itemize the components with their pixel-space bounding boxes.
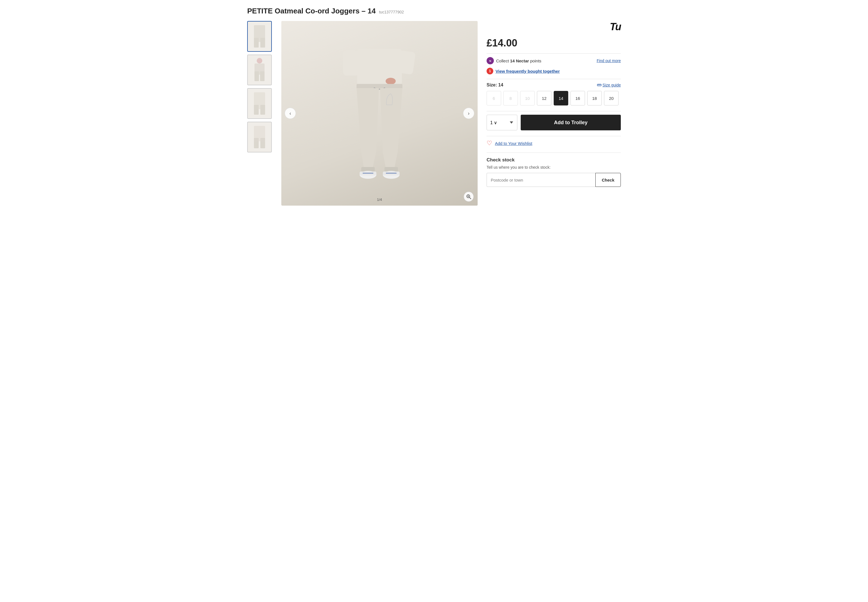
heart-icon: ♡: [486, 140, 492, 147]
size-btn-16[interactable]: 16: [570, 91, 585, 106]
size-btn-18[interactable]: 18: [587, 91, 602, 106]
svg-rect-5: [255, 71, 259, 81]
product-title-row: PETITE Oatmeal Co-ord Joggers – 14 tuc13…: [247, 7, 621, 15]
quantity-select[interactable]: 1 ∨ 2 3 4 5: [486, 115, 517, 131]
main-image: [281, 21, 478, 206]
main-image-container: ‹ › 1/4: [281, 21, 478, 206]
prev-image-button[interactable]: ‹: [285, 108, 296, 119]
svg-rect-12: [260, 138, 265, 148]
size-btn-8[interactable]: 8: [503, 91, 518, 106]
main-layout: ‹ › 1/4 Tu £14.00: [247, 21, 621, 206]
wishlist-row[interactable]: ♡ Add to Your Wishlist: [486, 140, 621, 147]
size-btn-20[interactable]: 20: [604, 91, 618, 106]
postcode-input[interactable]: [486, 173, 595, 187]
size-guide-link[interactable]: Size guide: [597, 83, 621, 87]
zoom-button[interactable]: [464, 192, 474, 202]
thumbnails-column: [247, 21, 272, 206]
nectar-points: 14: [510, 58, 515, 63]
thumbnail-1[interactable]: [247, 21, 272, 52]
image-counter: 1/4: [377, 198, 382, 202]
page-container: PETITE Oatmeal Co-ord Joggers – 14 tuc13…: [238, 0, 630, 212]
tu-logo-text: Tu: [610, 21, 621, 32]
frequently-bought-row[interactable]: 1 View frequently bought together: [486, 68, 621, 74]
svg-text:N: N: [489, 60, 491, 62]
add-to-trolley-button[interactable]: Add to Trolley: [521, 115, 621, 131]
svg-rect-15: [397, 50, 416, 75]
check-stock-section: Check stock Tell us where you are to che…: [486, 152, 621, 187]
size-buttons: 6 8 10 12 14 16 18 20: [486, 91, 621, 106]
svg-rect-14: [343, 50, 359, 75]
svg-point-3: [257, 58, 262, 63]
size-label: Size: 14: [486, 83, 503, 88]
product-price: £14.00: [486, 37, 621, 49]
product-title-size: 14: [368, 7, 376, 15]
wishlist-link[interactable]: Add to Your Wishlist: [495, 141, 532, 146]
next-icon: ›: [468, 111, 469, 117]
prev-icon: ‹: [290, 111, 291, 117]
size-row: Size: 14 Size guide: [486, 83, 621, 88]
size-btn-10[interactable]: 10: [520, 91, 535, 106]
nectar-icon: N: [488, 59, 492, 63]
selected-size-value: 14: [498, 83, 503, 87]
svg-rect-8: [254, 105, 259, 115]
divider-2: [486, 79, 621, 79]
freq-badge: 1: [486, 68, 493, 74]
size-btn-6[interactable]: 6: [486, 91, 501, 106]
product-info-panel: Tu £14.00 N Collect 14 Nectar: [486, 21, 621, 206]
svg-line-27: [469, 198, 471, 199]
product-title-text: PETITE Oatmeal Co-ord Joggers: [247, 7, 360, 15]
size-btn-12[interactable]: 12: [537, 91, 551, 106]
tu-logo: Tu: [486, 21, 621, 33]
thumbnail-2[interactable]: [247, 55, 272, 85]
divider-4: [486, 136, 621, 136]
product-figure: [335, 32, 424, 194]
divider-3: [486, 111, 621, 111]
ruler-icon: [597, 83, 601, 87]
svg-rect-2: [260, 38, 265, 48]
nectar-text: Collect 14 Nectar points: [496, 58, 541, 63]
thumbnail-3[interactable]: [247, 88, 272, 119]
frequently-bought-link[interactable]: View frequently bought together: [495, 69, 560, 74]
find-out-more-link[interactable]: Find out more: [597, 58, 621, 63]
zoom-icon: [466, 194, 471, 199]
thumbnail-4[interactable]: [247, 122, 272, 152]
svg-rect-11: [254, 138, 259, 148]
check-stock-description: Tell us where you are to check stock:: [486, 165, 621, 169]
svg-point-16: [386, 78, 396, 84]
add-to-trolley-row: 1 ∨ 2 3 4 5 Add to Trolley: [486, 115, 621, 131]
product-title: PETITE Oatmeal Co-ord Joggers – 14: [247, 7, 376, 15]
nectar-row: N Collect 14 Nectar points Find out more: [486, 57, 621, 64]
nectar-info: N Collect 14 Nectar points: [486, 57, 541, 64]
postcode-row: Check: [486, 173, 621, 187]
svg-rect-6: [260, 71, 265, 81]
product-sku: tuc137777902: [379, 10, 404, 14]
nectar-badge: N: [486, 57, 494, 64]
check-stock-button[interactable]: Check: [595, 173, 621, 187]
svg-rect-9: [260, 105, 265, 115]
check-stock-title: Check stock: [486, 157, 621, 163]
next-image-button[interactable]: ›: [463, 108, 474, 119]
svg-rect-1: [254, 38, 259, 48]
size-btn-14[interactable]: 14: [554, 91, 568, 106]
